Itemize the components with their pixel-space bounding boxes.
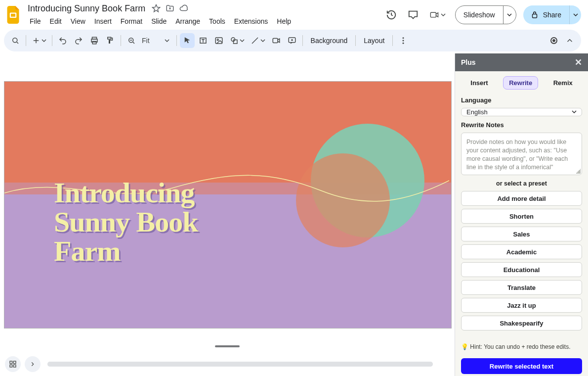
- close-icon[interactable]: ✕: [575, 58, 582, 67]
- svg-rect-20: [13, 361, 16, 364]
- chevron-down-icon: [572, 108, 577, 116]
- comment-add-button[interactable]: [285, 33, 299, 48]
- slides-logo[interactable]: [5, 6, 23, 24]
- menu-extensions[interactable]: Extensions: [230, 15, 272, 27]
- preset-educational[interactable]: Educational: [461, 262, 582, 277]
- menu-slide[interactable]: Slide: [147, 15, 170, 27]
- svg-rect-14: [273, 39, 278, 43]
- grid-view-button[interactable]: [5, 356, 21, 372]
- toolbar: Fit Background Layout: [4, 30, 581, 51]
- menu-insert[interactable]: Insert: [90, 15, 116, 27]
- language-value: English: [466, 108, 488, 116]
- slide-canvas[interactable]: Introducing Sunny Book Farm: [0, 53, 455, 352]
- video-tool[interactable]: [269, 33, 284, 48]
- slide[interactable]: Introducing Sunny Book Farm: [4, 81, 452, 329]
- preset-jazz-it-up[interactable]: Jazz it up: [461, 298, 582, 313]
- history-icon[interactable]: [384, 7, 399, 22]
- line-tool[interactable]: [248, 33, 268, 48]
- search-menu-button[interactable]: [8, 33, 23, 48]
- undo-button[interactable]: [55, 33, 70, 48]
- language-label: Language: [461, 96, 582, 104]
- share-dropdown[interactable]: [569, 5, 581, 24]
- print-button[interactable]: [87, 33, 102, 48]
- zoom-out-button[interactable]: [124, 33, 139, 48]
- slideshow-button[interactable]: Slideshow: [456, 6, 503, 24]
- panel-title: Plus: [461, 58, 476, 66]
- image-tool[interactable]: [211, 33, 226, 48]
- menu-format[interactable]: Format: [117, 15, 146, 27]
- svg-rect-10: [215, 38, 222, 44]
- svg-point-18: [403, 43, 404, 44]
- comments-icon[interactable]: [406, 7, 420, 22]
- next-slide-button[interactable]: [25, 356, 41, 372]
- panel-tab-insert[interactable]: Insert: [464, 76, 494, 90]
- svg-rect-22: [13, 365, 16, 367]
- action-rewrite-selected-text[interactable]: Rewrite selected text: [461, 358, 582, 374]
- panel-tab-rewrite[interactable]: Rewrite: [503, 76, 538, 90]
- svg-rect-2: [430, 12, 436, 17]
- shape-tool[interactable]: [227, 33, 247, 48]
- svg-point-17: [403, 40, 404, 42]
- slide-title-line: Introducing: [54, 178, 198, 207]
- share-button[interactable]: Share: [523, 5, 569, 24]
- layout-button[interactable]: Layout: [359, 33, 389, 48]
- redo-button[interactable]: [71, 33, 86, 48]
- preset-shakespearify[interactable]: Shakespearify: [461, 316, 582, 330]
- preset-sales[interactable]: Sales: [461, 227, 582, 241]
- menu-help[interactable]: Help: [273, 15, 295, 27]
- svg-point-16: [403, 37, 404, 39]
- preset-shorten[interactable]: Shorten: [461, 209, 582, 224]
- background-button[interactable]: Background: [306, 33, 353, 48]
- record-icon: [550, 37, 557, 44]
- more-options-button[interactable]: [396, 33, 411, 48]
- preset-add-more-detail[interactable]: Add more detail: [461, 191, 582, 206]
- menu-edit[interactable]: Edit: [46, 15, 66, 27]
- slideshow-dropdown[interactable]: [503, 6, 516, 24]
- horizontal-scrollbar[interactable]: [47, 362, 433, 367]
- menu-tools[interactable]: Tools: [205, 15, 229, 27]
- new-slide-button[interactable]: [29, 33, 49, 48]
- textbox-tool[interactable]: [196, 33, 210, 48]
- language-select[interactable]: English: [461, 108, 582, 116]
- svg-rect-19: [10, 361, 12, 364]
- slide-title-line: Farm: [54, 236, 198, 266]
- slide-title-line: Sunny Book: [54, 207, 198, 236]
- preset-translate[interactable]: Translate: [461, 280, 582, 295]
- move-folder-icon[interactable]: [165, 3, 175, 13]
- collapse-toolbar-button[interactable]: [562, 33, 577, 48]
- paint-format-button[interactable]: [103, 33, 118, 48]
- svg-point-11: [217, 39, 218, 41]
- doc-title[interactable]: Introducing Sunny Book Farm: [26, 3, 147, 14]
- speaker-notes-handle[interactable]: [215, 345, 240, 347]
- meet-icon[interactable]: [427, 7, 448, 22]
- star-icon[interactable]: [151, 3, 161, 13]
- panel-tab-remix[interactable]: Remix: [547, 76, 579, 90]
- share-label: Share: [543, 11, 561, 19]
- svg-point-4: [13, 38, 17, 43]
- rewrite-notes-label: Rewrite Notes: [461, 121, 582, 129]
- svg-rect-13: [233, 40, 237, 44]
- slide-title-text[interactable]: Introducing Sunny Book Farm: [54, 178, 198, 266]
- menu-view[interactable]: View: [67, 15, 89, 27]
- cloud-saved-icon[interactable]: [179, 3, 189, 13]
- preset-hint: or select a preset: [461, 180, 582, 187]
- svg-rect-3: [532, 14, 537, 18]
- svg-rect-21: [10, 365, 12, 367]
- svg-rect-1: [11, 14, 15, 17]
- zoom-value: Fit: [142, 37, 150, 45]
- preset-academic[interactable]: Academic: [461, 244, 582, 259]
- plus-addon-panel: Plus ✕ Insert Rewrite Remix Language Eng…: [455, 53, 588, 376]
- scroll-thumb[interactable]: [47, 362, 433, 367]
- select-tool[interactable]: [180, 33, 195, 48]
- undo-hint: 💡 Hint: You can undo + redo these edits.: [461, 343, 582, 350]
- zoom-select[interactable]: Fit: [140, 33, 173, 48]
- record-indicator[interactable]: [546, 33, 561, 48]
- menu-file[interactable]: File: [26, 15, 45, 27]
- menu-arrange[interactable]: Arrange: [171, 15, 204, 27]
- rewrite-notes-input[interactable]: Provide notes on how you would like your…: [461, 133, 582, 175]
